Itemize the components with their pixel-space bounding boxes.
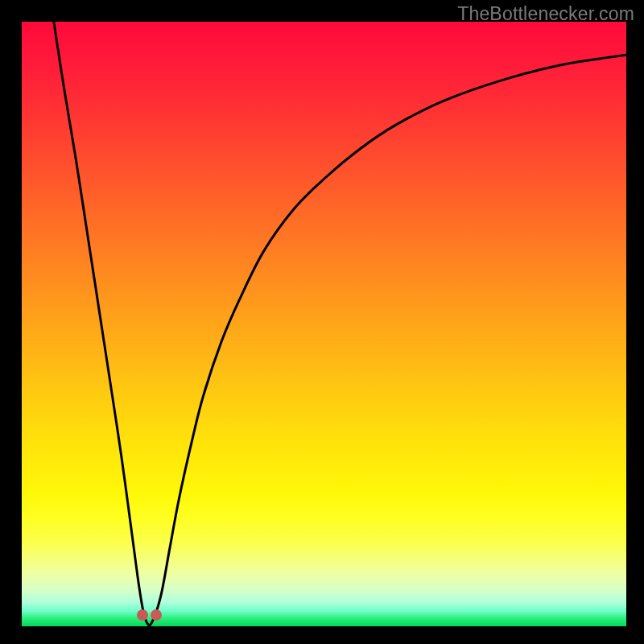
chart-frame: TheBottlenecker.com — [0, 0, 644, 644]
plot-area — [22, 22, 626, 626]
attribution-text: TheBottlenecker.com — [457, 3, 634, 25]
curve-layer — [22, 22, 626, 626]
bottleneck-curve — [54, 22, 626, 625]
